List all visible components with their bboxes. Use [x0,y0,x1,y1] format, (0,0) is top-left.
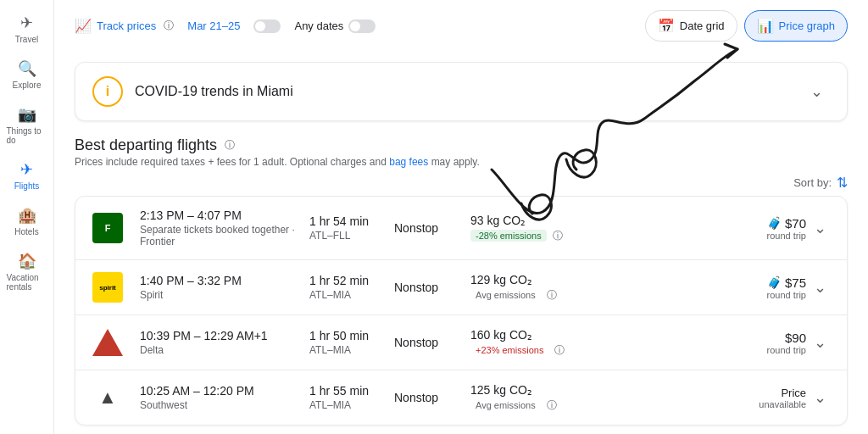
flight-duration-1: 1 hr 54 min ATL–FLL [309,214,394,242]
track-prices-toggle[interactable] [253,19,281,33]
price-graph-button[interactable]: 📊 Price graph [744,10,848,42]
price-main-3: $90 [785,331,806,345]
emissions-info-1[interactable]: ⓘ [553,230,563,242]
price-sub-2: round trip [713,290,806,300]
sidebar-item-vacation-rentals[interactable]: 🏠 Vacation rentals [3,245,51,298]
any-dates-label: Any dates [294,19,343,32]
emissions-main-3: 160 kg CO₂ [470,328,713,342]
flights-icon: ✈ [20,160,33,179]
sort-label: Sort by: [793,176,832,189]
southwest-logo: ▲ [89,382,126,413]
sidebar-label-vacation: Vacation rentals [7,273,47,292]
date-grid-icon: 📅 [658,18,675,34]
flight-row-frontier[interactable]: F 2:13 PM – 4:07 PM Separate tickets boo… [75,197,847,260]
flights-section-header: Best departing flights ⓘ Prices include … [75,136,848,168]
sidebar-item-travel[interactable]: ✈ Travel [3,7,51,51]
sidebar: ✈ Travel 🔍 Explore 📷 Things to do ✈ Flig… [0,0,54,434]
flight-row-delta[interactable]: 10:39 PM – 12:29 AM+1 Delta 1 hr 50 min … [75,315,847,370]
flight-duration-2: 1 hr 52 min ATL–MIA [309,274,394,301]
subtitle-text: Prices include required taxes + fees for… [75,156,387,168]
sort-icon[interactable]: ⇅ [837,175,848,191]
emissions-main-4: 125 kg CO₂ [470,383,713,397]
bag-fees-link[interactable]: bag fees [389,156,428,168]
hotels-icon: 🏨 [18,206,36,225]
flight-price-1: 🧳 $70 round trip [713,216,806,241]
any-dates-toggle[interactable] [348,19,376,33]
emissions-badge-1: -28% emissions [470,230,547,242]
covid-banner[interactable]: i COVID-19 trends in Miami ⌄ [75,62,848,121]
price-main-1: $70 [785,216,806,231]
expand-btn-4[interactable]: ⌄ [806,388,833,407]
delta-logo [89,327,126,358]
flight-row-southwest[interactable]: ▲ 10:25 AM – 12:20 PM Southwest 1 hr 55 … [75,370,847,425]
spirit-logo: spirit [89,272,126,303]
flight-duration-3: 1 hr 50 min ATL–MIA [309,329,394,356]
duration-text-1: 1 hr 54 min [309,214,394,228]
expand-btn-1[interactable]: ⌄ [806,219,833,237]
flight-emissions-4: 125 kg CO₂ Avg emissions ⓘ [470,383,713,413]
sidebar-item-explore[interactable]: 🔍 Explore [3,53,51,97]
emissions-main-2: 129 kg CO₂ [470,273,713,287]
flight-times-4: 10:25 AM – 12:20 PM Southwest [140,384,309,411]
sidebar-label-explore: Explore [13,81,42,90]
expand-btn-3[interactable]: ⌄ [806,333,833,352]
date-grid-button[interactable]: 📅 Date grid [645,10,737,42]
track-prices-section[interactable]: 📈 Track prices ⓘ [75,18,174,34]
luggage-icon-1: 🧳 [767,216,782,230]
flight-time-3: 10:39 PM – 12:29 AM+1 [140,329,309,342]
emissions-info-3[interactable]: ⓘ [554,344,565,356]
sidebar-item-things-to-do[interactable]: 📷 Things to do [3,98,51,152]
sidebar-label-hotels: Hotels [14,227,38,236]
flight-price-3: $90 round trip [713,331,806,355]
covid-title: COVID-19 trends in Miami [135,84,293,99]
flight-row-spirit[interactable]: spirit 1:40 PM – 3:32 PM Spirit 1 hr 52 … [75,260,847,315]
route-text-4: ATL–MIA [309,399,394,411]
duration-text-2: 1 hr 52 min [309,274,394,287]
flight-emissions-1: 93 kg CO₂ -28% emissions ⓘ [470,214,713,243]
flight-carrier-1: Separate tickets booked together · Front… [140,224,309,248]
emissions-info-4[interactable]: ⓘ [547,399,557,411]
flight-duration-4: 1 hr 55 min ATL–MIA [309,384,394,411]
flight-carrier-4: Southwest [140,399,309,411]
section-info-icon[interactable]: ⓘ [225,138,235,153]
date-grid-label: Date grid [680,19,725,32]
explore-icon: 🔍 [18,59,36,78]
price-main-4: Price [781,387,806,399]
flight-stops-3: Nonstop [394,336,470,349]
section-title-text: Best departing flights [75,136,217,154]
frontier-logo: F [89,213,126,243]
sidebar-item-flights[interactable]: ✈ Flights [3,153,51,198]
flight-carrier-3: Delta [140,344,309,356]
flight-time-1: 2:13 PM – 4:07 PM [140,209,309,222]
main-content: 📈 Track prices ⓘ Mar 21–25 Any dates 📅 D… [54,0,868,434]
flight-time-2: 1:40 PM – 3:32 PM [140,274,309,287]
flight-emissions-2: 129 kg CO₂ Avg emissions ⓘ [470,273,713,303]
route-text-3: ATL–MIA [309,344,394,356]
section-title: Best departing flights ⓘ [75,136,848,154]
sidebar-item-hotels[interactable]: 🏨 Hotels [3,199,51,243]
flight-times-1: 2:13 PM – 4:07 PM Separate tickets booke… [140,209,309,248]
emissions-main-1: 93 kg CO₂ [470,214,713,227]
emissions-badge-2: Avg emissions [470,289,541,301]
toolbar: 📈 Track prices ⓘ Mar 21–25 Any dates 📅 D… [75,10,848,48]
route-text-1: ATL–FLL [309,230,394,242]
covid-expand-button[interactable]: ⌄ [803,82,830,101]
flight-time-4: 10:25 AM – 12:20 PM [140,384,309,398]
emissions-badge-3: +23% emissions [470,344,548,356]
any-dates-section[interactable]: Any dates [294,19,376,33]
flights-list: F 2:13 PM – 4:07 PM Separate tickets boo… [75,196,848,426]
vacation-icon: 🏠 [18,252,36,270]
emissions-info-2[interactable]: ⓘ [547,289,557,301]
things-todo-icon: 📷 [18,105,36,124]
subtitle-end: may apply. [431,156,480,168]
covid-banner-left: i COVID-19 trends in Miami [92,76,293,107]
expand-btn-2[interactable]: ⌄ [806,278,833,297]
emissions-badge-4: Avg emissions [470,399,541,411]
toolbar-right: 📅 Date grid 📊 Price graph [645,10,848,42]
track-prices-info-icon[interactable]: ⓘ [164,19,174,33]
flight-stops-1: Nonstop [394,221,470,235]
sidebar-label-things: Things to do [7,126,47,145]
flight-price-2: 🧳 $75 round trip [713,275,806,300]
duration-text-4: 1 hr 55 min [309,384,394,398]
price-graph-label: Price graph [779,19,835,32]
